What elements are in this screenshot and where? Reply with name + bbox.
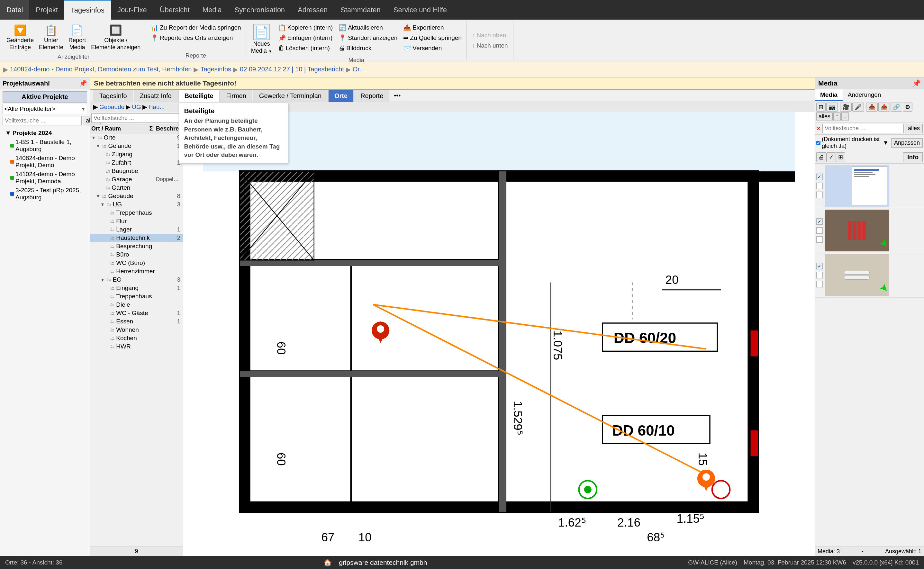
media-filter-checkbox[interactable]	[816, 141, 820, 145]
media-cb-2-3[interactable]	[816, 236, 823, 243]
expand-icon[interactable]: ▼	[96, 193, 100, 199]
media-cb-2-1[interactable]: ✓	[816, 218, 823, 225]
media-thumb-1[interactable]	[825, 165, 889, 207]
tree-project-bs1[interactable]: 1-BS 1 - Baustelle 1, Augsburg	[4, 138, 86, 154]
ort-row-besprechung[interactable]: 🗂 Besprechung	[90, 242, 183, 250]
tab-beteiligte[interactable]: Beteiligte Beteiligte An der Planung bet…	[178, 90, 219, 102]
btn-reporte-orts[interactable]: 📍 Reporte des Orts anzeigen	[149, 33, 243, 43]
floorplan-area[interactable]: DD 60/20 DD 60/20 DD 60/10 20 1.075	[183, 112, 815, 556]
ort-row-diele[interactable]: 🗂 Diele	[90, 301, 183, 309]
media-thumb-3[interactable]: ➤	[825, 254, 889, 296]
tree-project-141024[interactable]: 141024-demo - Demo Projekt, Demoda	[4, 170, 86, 186]
media-btn-video[interactable]: 🎥	[840, 103, 852, 111]
ort-row-büro[interactable]: 🗂 Büro	[90, 250, 183, 259]
ort-row-baugrube[interactable]: 🗂 Baugrube	[90, 167, 183, 175]
media-cb-3-3[interactable]	[816, 281, 823, 288]
tab-gewerke[interactable]: Gewerke / Terminplan	[253, 90, 327, 102]
media-table-icon[interactable]: ⊞	[836, 152, 845, 162]
btn-aktualisieren[interactable]: 🔄 Aktualisieren	[336, 23, 399, 32]
btn-bilddruck[interactable]: 🖨 Bilddruck	[336, 43, 399, 53]
expand-icon[interactable]: ▼	[100, 202, 105, 207]
menu-synchronisation[interactable]: Synchronisation	[228, 0, 292, 20]
tree-project-3-2025[interactable]: 3-2025 - Test pRp 2025, Augsburg	[4, 186, 86, 202]
menu-datei[interactable]: Datei	[0, 0, 29, 20]
breadcrumb-date[interactable]: 02.09.2024 12:27 | 10 | Tagesbericht	[240, 65, 344, 73]
media-filter-dropdown-icon[interactable]: ▼	[883, 140, 889, 146]
btn-standort[interactable]: 📍 Standort anzeigen	[336, 33, 399, 43]
btn-nach-oben[interactable]: ↑ Nach oben	[470, 31, 508, 40]
media-cb-1-3[interactable]	[816, 192, 823, 198]
ort-row-orte[interactable]: ▼ 🗂 Orte9	[90, 134, 183, 142]
btn-exportieren[interactable]: 📤 Exportieren	[401, 23, 464, 32]
tree-year-2024[interactable]: ▼ Projekte 2024	[4, 129, 86, 138]
ort-row-wohnen[interactable]: 🗂 Wohnen	[90, 326, 183, 334]
media-cb-2-2[interactable]	[816, 227, 823, 234]
media-btn-all[interactable]: alles	[816, 112, 833, 121]
ort-row-kochen[interactable]: 🗂 Kochen	[90, 334, 183, 342]
ort-row-treppenhaus[interactable]: 🗂 Treppenhaus	[90, 208, 183, 217]
tree-project-140824[interactable]: 140824-demo - Demo Projekt, Demo	[4, 154, 86, 170]
menu-service[interactable]: Service und Hilfe	[387, 0, 453, 20]
ort-row-wc-(büro)[interactable]: 🗂 WC (Büro)	[90, 259, 183, 267]
media-btn-camera[interactable]: 📷	[826, 103, 838, 111]
btn-neues-media[interactable]: 📄 NeuesMedia ▼	[249, 23, 274, 56]
btn-zu-quelle[interactable]: ➡ Zu Quelle springen	[401, 33, 464, 43]
ort-row-gelände[interactable]: ▼ 🗂 Gelände1	[90, 142, 183, 150]
tab-reporte[interactable]: Reporte	[354, 90, 389, 102]
media-info-btn[interactable]: Info	[903, 152, 923, 162]
ort-row-wc---gäste[interactable]: 🗂 WC - Gäste1	[90, 309, 183, 317]
media-btn-link[interactable]: 🔗	[891, 103, 902, 111]
media-search-input[interactable]	[822, 124, 904, 133]
sub-bc-ug[interactable]: UG	[132, 103, 141, 111]
ort-row-treppenhaus[interactable]: 🗂 Treppenhaus	[90, 292, 183, 301]
tab-firmen[interactable]: Firmen	[220, 90, 253, 102]
menu-tagesinfos[interactable]: Tagesinfos	[64, 0, 111, 20]
ort-row-garten[interactable]: 🗂 Garten	[90, 184, 183, 192]
media-anpassen-btn[interactable]: Anpassen	[891, 138, 923, 148]
ort-row-lager[interactable]: 🗂 Lager1	[90, 225, 183, 234]
btn-geanderte-eintrage[interactable]: 🔽 GeänderteEinträge	[5, 23, 36, 52]
btn-einfugen[interactable]: 📌 Einfügen (intern)	[276, 33, 335, 43]
btn-nach-unten[interactable]: ↓ Nach unten	[470, 41, 510, 50]
tab-orte[interactable]: Orte	[328, 90, 354, 102]
breadcrumb-or[interactable]: Or...	[353, 65, 365, 73]
menu-adressen[interactable]: Adressen	[291, 0, 334, 20]
tab-more-btn[interactable]: •••	[390, 90, 405, 102]
ort-row-herrenzimmer[interactable]: 🗂 Herrenzimmer	[90, 267, 183, 275]
breadcrumb-project[interactable]: 140824-demo - Demo Projekt, Demodaten zu…	[10, 65, 192, 73]
expand-icon[interactable]: ▼	[100, 277, 105, 282]
sub-bc-gebäude[interactable]: Gebäude	[99, 103, 125, 111]
breadcrumb-tagesinfos[interactable]: Tagesinfos	[200, 65, 231, 73]
ort-row-ug[interactable]: ▼ 🗂 UG3	[90, 200, 183, 208]
btn-unter-elemente[interactable]: 📋 UnterElemente	[37, 23, 65, 52]
media-btn-export2[interactable]: 📤	[878, 103, 890, 111]
ort-row-essen[interactable]: 🗂 Essen1	[90, 317, 183, 326]
btn-report-media[interactable]: 📄 ReportMedia	[67, 23, 88, 52]
menu-projekt[interactable]: Projekt	[29, 0, 64, 20]
ort-row-zugang[interactable]: 🗂 Zugang	[90, 150, 183, 158]
btn-objekte-elemente[interactable]: 🔲 Objekte /Elemente anzeigen	[89, 23, 142, 52]
media-tab-änderungen[interactable]: Änderungen	[843, 89, 886, 101]
ort-row-eg[interactable]: ▼ 🗂 EG3	[90, 275, 183, 284]
media-print-icon[interactable]: 🖨	[816, 152, 827, 162]
btn-zu-report-media[interactable]: 📊 Zu Report der Media springen	[149, 23, 243, 32]
media-tab-media[interactable]: Media	[815, 89, 843, 101]
media-panel-pin-icon[interactable]: 📌	[912, 79, 921, 87]
media-btn-up[interactable]: ↑	[833, 112, 841, 121]
media-search-all-btn[interactable]: alles	[905, 124, 923, 133]
ort-row-garage[interactable]: 🗂 GarageDoppelgar...	[90, 175, 183, 184]
btn-versenden[interactable]: 📨 Versenden	[401, 43, 464, 53]
btn-loschen[interactable]: 🗑 Löschen (intern)	[276, 43, 335, 53]
ort-row-hwr[interactable]: 🗂 HWR	[90, 342, 183, 351]
media-check-icon[interactable]: ✓	[827, 152, 836, 162]
menu-ubersicht[interactable]: Übersicht	[153, 0, 196, 20]
media-cb-1-1[interactable]: ✓	[816, 173, 823, 180]
sub-bc-hau[interactable]: Hau...	[149, 103, 165, 111]
projektleiter-dropdown[interactable]: <Alle Projektleiter> ▼	[3, 104, 87, 114]
sidebar-pin-icon[interactable]: 📌	[79, 79, 87, 87]
media-btn-down[interactable]: ↓	[841, 112, 849, 121]
ort-row-zufahrt[interactable]: 🗂 Zufahrt1	[90, 158, 183, 167]
media-search-x-icon[interactable]: ✕	[816, 125, 821, 132]
media-btn-import[interactable]: 📥	[866, 103, 878, 111]
ort-row-haustechnik[interactable]: 🗂 Haustechnik2	[90, 234, 183, 242]
